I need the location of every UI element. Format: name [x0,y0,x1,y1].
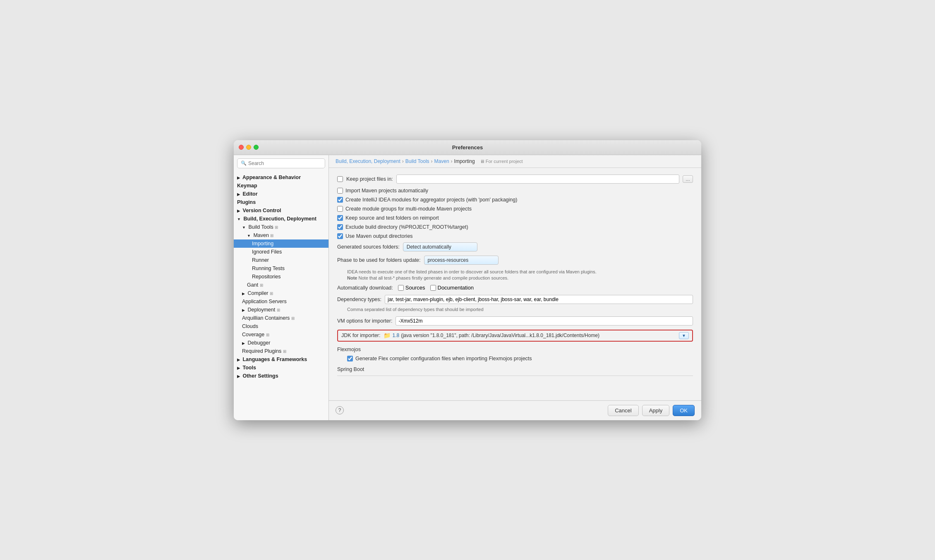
generated-sources-dropdown-wrapper: Detect automatically [403,242,477,251]
tree-arrow: ▶ [237,366,240,370]
sidebar-item-debugger[interactable]: ▶ Debugger [234,339,328,347]
sidebar-item-required-plugins[interactable]: Required Plugins ⊞ [234,347,328,355]
exclude-build-dir-checkbox[interactable] [337,224,343,230]
breadcrumb-part-1[interactable]: Build, Execution, Deployment [336,158,400,164]
use-maven-output-row: Use Maven output directories [337,233,693,239]
sidebar-item-editor[interactable]: ▶ Editor [234,190,328,198]
sidebar-item-plugins[interactable]: Plugins [234,198,328,206]
browse-button[interactable]: … [683,175,693,183]
jdk-dropdown-button[interactable]: ▼ [679,332,689,339]
documentation-checkbox-group: Documentation [430,285,474,291]
keep-project-files-input[interactable] [396,175,679,184]
documentation-label: Documentation [438,285,474,291]
sidebar-item-compiler[interactable]: ▶ Compiler ⊞ [234,289,328,297]
sidebar-item-arquillian[interactable]: Arquillian Containers ⊞ [234,314,328,322]
phase-update-dropdown-wrapper: process-resources [424,256,499,265]
tree-arrow: ▼ [242,225,246,230]
breadcrumb-part-2[interactable]: Build Tools [405,158,429,164]
generated-sources-row: Generated sources folders: Detect automa… [337,242,693,251]
flexmojos-label: Flexmojos [337,347,693,352]
sidebar-item-tools[interactable]: ▶ Tools [234,364,328,372]
title-bar: Preferences [234,140,701,155]
tree-arrow: ▶ [237,358,240,362]
import-maven-auto-row: Import Maven projects automatically [337,188,693,194]
create-intellij-modules-label: Create IntelliJ IDEA modules for aggrega… [345,197,517,203]
spring-boot-separator [337,376,693,376]
sidebar: 🔍 ▶ Appearance & Behavior Keymap ▶ Edito… [234,155,329,420]
generate-flex-row: Generate Flex compiler configuration fil… [337,356,693,361]
jdk-folder-icon: 📁 [384,332,391,339]
sidebar-item-other-settings[interactable]: ▶ Other Settings [234,372,328,380]
documentation-checkbox[interactable] [430,285,436,291]
vm-options-label: VM options for importer: [337,318,392,324]
apply-button[interactable]: Apply [642,405,670,416]
sidebar-item-deployment[interactable]: ▶ Deployment ⊞ [234,306,328,314]
vm-options-row: VM options for importer: [337,316,693,325]
tree-arrow: ▶ [237,374,240,378]
sidebar-item-repositories[interactable]: Repositories [234,273,328,281]
tree-arrow: ▶ [237,209,240,213]
flexmojos-section: Flexmojos Generate Flex compiler configu… [337,347,693,361]
vm-options-input[interactable] [396,316,693,325]
close-button[interactable] [239,145,244,150]
minimize-button[interactable] [246,145,251,150]
keep-project-files-row: Keep project files in: … [337,175,693,184]
sidebar-item-keymap[interactable]: Keymap [234,182,328,190]
generate-flex-label: Generate Flex compiler configuration fil… [355,356,532,361]
search-box[interactable]: 🔍 [237,158,325,168]
cancel-button[interactable]: Cancel [608,405,638,416]
keep-source-folders-checkbox[interactable] [337,215,343,221]
search-input[interactable] [248,160,321,166]
sidebar-item-clouds[interactable]: Clouds [234,322,328,330]
phase-update-dropdown[interactable]: process-resources [424,256,499,265]
phase-update-label: Phase to be used for folders update: [337,257,421,263]
generated-sources-label: Generated sources folders: [337,244,400,250]
dependency-hint: Comma separated list of dependency types… [337,306,693,313]
dependency-types-row: Dependency types: [337,295,693,304]
dependency-types-label: Dependency types: [337,297,381,302]
generate-flex-checkbox[interactable] [347,356,353,361]
maximize-button[interactable] [254,145,259,150]
traffic-lights [239,145,259,150]
help-button[interactable]: ? [336,406,344,414]
sidebar-item-ignored-files[interactable]: Ignored Files [234,248,328,256]
create-module-groups-checkbox[interactable] [337,206,343,212]
breadcrumb-part-3[interactable]: Maven [434,158,449,164]
sources-checkbox[interactable] [398,285,404,291]
sidebar-item-appearance[interactable]: ▶ Appearance & Behavior [234,173,328,182]
import-maven-auto-label: Import Maven projects automatically [345,188,428,194]
sidebar-item-languages[interactable]: ▶ Languages & Frameworks [234,355,328,364]
sidebar-item-app-servers[interactable]: Application Servers [234,297,328,306]
sidebar-item-running-tests[interactable]: Running Tests [234,264,328,273]
dependency-types-input[interactable] [385,295,693,304]
sidebar-item-build-exec-deploy[interactable]: ▼ Build, Execution, Deployment [234,215,328,223]
sources-checkbox-group: Sources [398,285,425,291]
preferences-window: Preferences 🔍 ▶ Appearance & Behavior Ke… [234,140,701,420]
sidebar-item-build-tools[interactable]: ▼ Build Tools ⊞ [234,223,328,231]
settings-content: Keep project files in: … Import Maven pr… [329,168,701,400]
jdk-version: 1.8 [392,333,399,338]
search-icon: 🔍 [241,160,247,166]
create-intellij-modules-row: Create IntelliJ IDEA modules for aggrega… [337,197,693,203]
create-module-groups-label: Create module groups for multi-module Ma… [345,206,472,212]
sidebar-item-coverage[interactable]: Coverage ⊞ [234,330,328,339]
spring-boot-label: Spring Boot [337,366,693,372]
sidebar-item-importing[interactable]: Importing [234,239,328,248]
tree-arrow: ▶ [237,192,240,196]
bottom-bar: ? Cancel Apply OK [329,400,701,420]
sidebar-item-gant[interactable]: Gant ⊞ [234,281,328,289]
create-intellij-modules-checkbox[interactable] [337,197,343,203]
tree-arrow: ▼ [247,234,251,238]
sidebar-item-maven[interactable]: ▼ Maven ⊞ [234,231,328,239]
sidebar-item-runner[interactable]: Runner [234,256,328,264]
exclude-build-dir-label: Exclude build directory (%PROJECT_ROOT%/… [345,224,468,230]
sidebar-tree: ▶ Appearance & Behavior Keymap ▶ Editor … [234,172,328,420]
keep-source-folders-row: Keep source and test folders on reimport [337,215,693,221]
auto-download-row: Automatically download: Sources Document… [337,285,693,291]
use-maven-output-checkbox[interactable] [337,233,343,239]
sidebar-item-version-control[interactable]: ▶ Version Control [234,206,328,215]
ok-button[interactable]: OK [673,405,695,416]
keep-project-files-checkbox[interactable] [337,176,343,182]
import-maven-auto-checkbox[interactable] [337,188,343,194]
generated-sources-dropdown[interactable]: Detect automatically [403,242,477,251]
